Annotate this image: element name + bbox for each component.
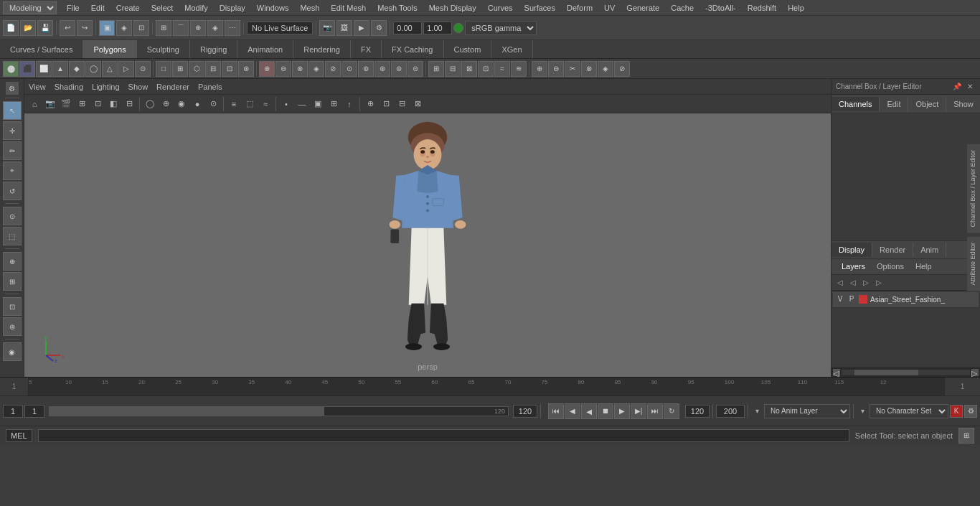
snap-edge-btn[interactable]: ⋯ [225, 20, 240, 36]
tab-fx[interactable]: FX [351, 40, 382, 58]
shelf-subdiv-btn[interactable]: ⊟ [205, 61, 221, 77]
menu-cache[interactable]: Cache [665, 2, 699, 14]
menu-modify[interactable]: Modify [179, 2, 213, 14]
play-fwd-btn[interactable]: ▶ [614, 403, 630, 419]
menu-redshift[interactable]: Redshift [742, 2, 782, 14]
shelf-uv-flip-btn[interactable]: ⊘ [614, 61, 630, 77]
tab-sculpting[interactable]: Sculpting [137, 40, 190, 58]
script-editor-btn[interactable]: ⊞ [958, 428, 974, 444]
marquee-btn[interactable]: ⬚ [3, 227, 22, 245]
shelf-bool-btn[interactable]: ⊠ [461, 61, 477, 77]
command-line-input[interactable] [38, 429, 849, 442]
snap-grid2-btn[interactable]: ⊞ [3, 272, 22, 291]
shelf-merge-btn[interactable]: ⊝ [407, 61, 423, 77]
menu-uv[interactable]: UV [598, 2, 621, 14]
vp-camera-btn[interactable]: 📷 [43, 97, 57, 111]
vp-vert-btn[interactable]: • [279, 97, 293, 111]
play-back-btn[interactable]: ▶ [581, 403, 597, 419]
attribute-editor-tab[interactable]: Attribute Editor [967, 236, 980, 291]
scroll-right-btn[interactable]: ▷ [971, 369, 979, 376]
vp-aa-btn[interactable]: ⊙ [206, 97, 220, 111]
shelf-bridge-btn[interactable]: ⊗ [292, 61, 308, 77]
layers-tab-options[interactable]: Options [871, 261, 910, 272]
vp-xray-btn[interactable]: ◯ [143, 97, 157, 111]
shelf-torus-btn[interactable]: ◯ [85, 61, 101, 77]
shelf-helix-btn[interactable]: ⊙ [135, 61, 151, 77]
ch-tab-show[interactable]: Show [946, 97, 980, 111]
shelf-multi-btn[interactable]: ⊙ [341, 61, 357, 77]
menu-mesh-tools[interactable]: Mesh Tools [372, 2, 423, 14]
loop-btn[interactable]: ↻ [664, 403, 679, 419]
panel-pin-btn[interactable]: 📌 [951, 81, 963, 93]
shelf-sphere-btn[interactable]: ⬤ [3, 61, 19, 77]
layer-arrow-left-btn[interactable]: ◁ [834, 276, 846, 288]
shelf-conform-btn[interactable]: ⊡ [478, 61, 494, 77]
snap-curve-btn[interactable]: ⌒ [173, 20, 189, 36]
shelf-uv-cut-btn[interactable]: ✂ [565, 61, 580, 77]
shelf-uv-sew-btn[interactable]: ⊗ [581, 61, 597, 77]
layer-arrow-right-btn[interactable]: ▷ [860, 276, 872, 288]
redo-btn[interactable]: ↪ [77, 20, 93, 36]
layers-tab-layers[interactable]: Layers [836, 261, 871, 272]
sculpt-tool-btn[interactable]: ⌖ [3, 161, 22, 180]
tab-curves-surfaces[interactable]: Curves / Surfaces [0, 40, 83, 58]
menu-create[interactable]: Create [110, 2, 146, 14]
menu-display[interactable]: Display [214, 2, 251, 14]
range-start-field[interactable] [24, 405, 44, 418]
shelf-avg-btn[interactable]: ≋ [511, 61, 527, 77]
range-end-field[interactable] [513, 405, 537, 418]
layer-visibility[interactable]: V [836, 295, 844, 304]
layer-p-flag[interactable]: P [847, 295, 856, 304]
vp-isolate-btn[interactable]: ⊕ [159, 97, 173, 111]
tab-rendering[interactable]: Rendering [293, 40, 351, 58]
vp-uvs-btn[interactable]: ⊞ [326, 97, 341, 111]
shelf-plane-btn[interactable]: □ [156, 61, 171, 77]
menu-edit[interactable]: Edit [85, 2, 110, 14]
shader-btn[interactable]: ◉ [3, 342, 22, 361]
render-settings-btn[interactable]: ⚙ [371, 20, 387, 36]
shelf-uv-map-btn[interactable]: ◈ [598, 61, 613, 77]
current-frame-field[interactable] [3, 405, 23, 418]
menu-3dtoall[interactable]: -3DtoAll- [699, 2, 742, 14]
shelf-uv-layout-btn[interactable]: ⊖ [548, 61, 564, 77]
snap-grid-btn[interactable]: ⊞ [156, 20, 171, 36]
shelf-collapse-btn[interactable]: ⊜ [391, 61, 407, 77]
tab-fx-caching[interactable]: FX Caching [382, 40, 443, 58]
shelf-slide-btn[interactable]: ⊛ [374, 61, 390, 77]
playback-end-field[interactable] [685, 405, 710, 418]
snap-point-btn[interactable]: ⊕ [190, 20, 206, 36]
new-file-btn[interactable]: 📄 [3, 20, 19, 36]
menu-surfaces[interactable]: Surfaces [519, 2, 561, 14]
tab-polygons[interactable]: Polygons [83, 40, 136, 58]
camera-btn[interactable]: 📷 [319, 20, 335, 36]
layer-arrow-right2-btn[interactable]: ▷ [873, 276, 885, 288]
shelf-pyramid-btn[interactable]: △ [102, 61, 118, 77]
vp-edge-btn[interactable]: — [295, 97, 309, 111]
paint-effects-btn[interactable]: ⊛ [3, 317, 22, 336]
vp-texture-btn[interactable]: ⊟ [122, 97, 136, 111]
tab-animation[interactable]: Animation [237, 40, 293, 58]
vp-back-btn[interactable]: ⊟ [395, 97, 409, 111]
right-panel-scrollbar[interactable]: ◁ ▷ [831, 367, 980, 377]
script-type-btn[interactable]: MEL [6, 429, 32, 442]
step-back-btn[interactable]: ◀ [565, 403, 580, 419]
viewport-view-menu[interactable]: View [29, 83, 46, 91]
go-start-btn[interactable]: ⏮ [548, 403, 564, 419]
time-range-slider[interactable]: 120 [49, 406, 509, 416]
save-file-btn[interactable]: 💾 [37, 20, 53, 36]
anim-prefs-btn[interactable]: ⚙ [964, 405, 977, 418]
undo-btn[interactable]: ↩ [60, 20, 75, 36]
panel-close-btn[interactable]: ✕ [964, 81, 976, 93]
select-tool-btn[interactable]: ↖ [3, 101, 22, 120]
shelf-smooth-btn[interactable]: ≈ [494, 61, 510, 77]
tool-settings-btn[interactable]: ⚙ [6, 82, 19, 95]
viewport-lighting-menu[interactable]: Lighting [92, 83, 120, 91]
shelf-uv-unfold-btn[interactable]: ⊕ [532, 61, 547, 77]
float-field2[interactable] [423, 22, 452, 34]
ch-tab-object[interactable]: Object [908, 97, 946, 111]
shelf-offset-btn[interactable]: ⊚ [358, 61, 374, 77]
ch-tab-edit[interactable]: Edit [880, 97, 908, 111]
char-set-arrow[interactable]: ▾ [857, 406, 868, 417]
rotate-tool-btn[interactable]: ↺ [3, 182, 22, 200]
layer-tab-anim[interactable]: Anim [913, 243, 946, 257]
